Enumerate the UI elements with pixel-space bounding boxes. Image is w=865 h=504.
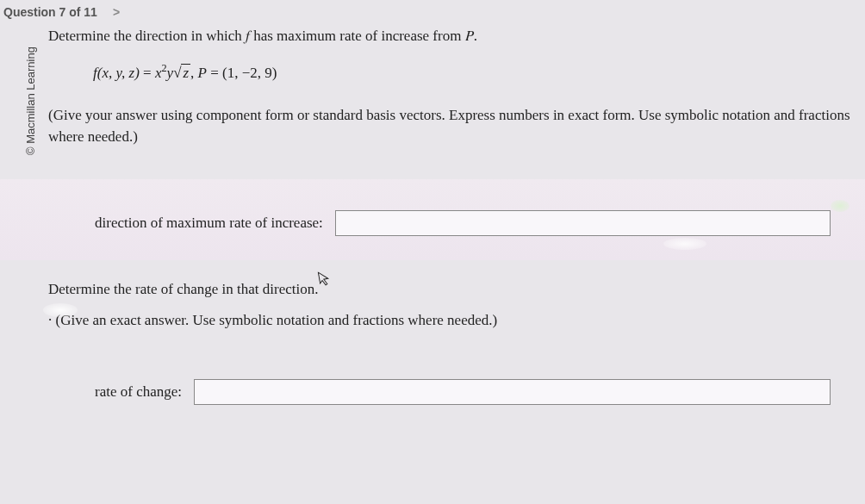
direction-input[interactable] <box>335 210 831 236</box>
direction-label: direction of maximum rate of increase: <box>95 215 323 232</box>
second-question-block: Determine the rate of change in that dir… <box>0 260 865 422</box>
formula-comma: , <box>190 65 198 81</box>
question-prompt: Determine the direction in which 𝑓 has m… <box>48 28 858 45</box>
answer-block-1: direction of maximum rate of increase: <box>0 179 865 260</box>
rate-input[interactable] <box>194 379 831 405</box>
rate-question: Determine the rate of change in that dir… <box>48 281 831 298</box>
formula-y: y <box>167 65 174 81</box>
formula-sqrt: z <box>181 65 190 82</box>
formula-P: P <box>198 65 207 81</box>
formula-display: f(x, y, z) = x2y√z, P = (1, −2, 9) <box>93 62 858 82</box>
formula-z: z <box>181 64 190 81</box>
formula-eq: = <box>140 65 155 81</box>
formula-args: (x, y, z) <box>97 65 140 81</box>
rate-label: rate of change: <box>95 383 182 401</box>
question-indicator: Question 7 of 11 <box>3 5 97 19</box>
question-header: Question 7 of 11 > <box>0 0 865 24</box>
formula-Pval: (1, −2, 9) <box>222 65 277 81</box>
copyright-label: © Macmillan Learning <box>24 47 37 155</box>
formula-Peq: = <box>207 65 222 81</box>
next-question-icon[interactable]: > <box>113 5 120 19</box>
rate-instructions: (Give an exact answer. Use symbolic nota… <box>48 312 831 329</box>
instructions-text: (Give your answer using component form o… <box>48 104 858 148</box>
formula-sqrt-symbol: √ <box>173 65 181 81</box>
